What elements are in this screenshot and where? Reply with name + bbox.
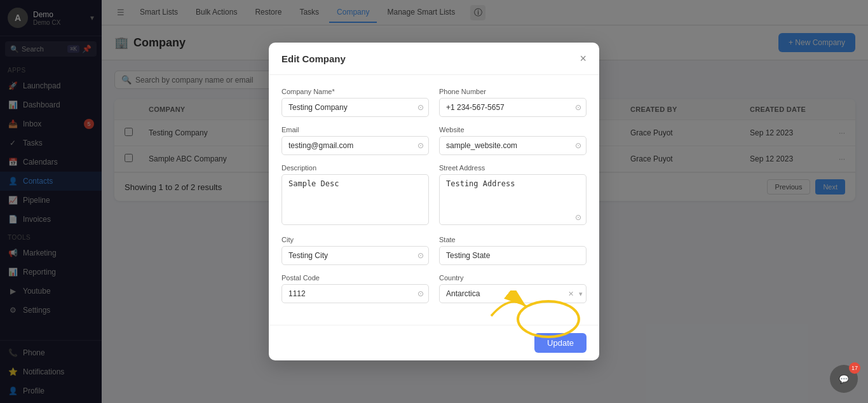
phone-input-wrap: ⊙: [439, 98, 587, 117]
city-input[interactable]: [281, 246, 429, 265]
description-textarea-wrap: Sample Desc: [281, 174, 429, 227]
modal-close-button[interactable]: ×: [580, 53, 587, 64]
company-name-input-wrap: ⊙: [281, 98, 429, 117]
edit-company-modal: Edit Company × Company Name* ⊙ Phone Num…: [269, 43, 599, 360]
modal-header: Edit Company ×: [269, 43, 599, 75]
state-label: State: [439, 236, 587, 243]
chat-badge: 17: [849, 362, 860, 374]
select-clear-icon[interactable]: ✕: [568, 290, 574, 298]
chevron-down-icon: ▾: [579, 290, 583, 298]
website-input-wrap: ⊙: [439, 136, 587, 155]
update-button[interactable]: Update: [534, 333, 587, 353]
city-group: City ⊙: [281, 236, 429, 265]
form-row-4: City ⊙ State: [281, 236, 587, 265]
description-input[interactable]: Sample Desc: [281, 174, 429, 225]
street-input[interactable]: Testing Address: [439, 174, 587, 225]
postal-input-wrap: ⊙: [281, 284, 429, 303]
postal-label: Postal Code: [281, 274, 429, 282]
postal-input[interactable]: [281, 284, 429, 303]
modal-overlay: Edit Company × Company Name* ⊙ Phone Num…: [0, 0, 868, 403]
chat-icon: 💬: [839, 374, 849, 384]
city-input-wrap: ⊙: [281, 246, 429, 265]
phone-label: Phone Number: [439, 88, 587, 95]
street-label: Street Address: [439, 164, 587, 172]
phone-input[interactable]: [439, 98, 587, 117]
website-input[interactable]: [439, 136, 587, 155]
modal-body: Company Name* ⊙ Phone Number ⊙: [269, 75, 599, 325]
chat-widget[interactable]: 💬 17: [830, 365, 858, 393]
city-label: City: [281, 236, 429, 243]
email-group: Email ⊙: [281, 126, 429, 155]
street-group: Street Address Testing Address ⊙: [439, 164, 587, 227]
form-row-1: Company Name* ⊙ Phone Number ⊙: [281, 88, 587, 117]
description-group: Description Sample Desc: [281, 164, 429, 227]
postal-input-icon: ⊙: [417, 289, 424, 298]
state-input[interactable]: [439, 246, 587, 265]
website-label: Website: [439, 126, 587, 133]
website-input-icon: ⊙: [575, 141, 581, 150]
email-input-icon: ⊙: [417, 141, 424, 150]
company-name-label: Company Name*: [281, 88, 429, 95]
email-input-wrap: ⊙: [281, 136, 429, 155]
phone-group: Phone Number ⊙: [439, 88, 587, 117]
state-group: State: [439, 236, 587, 265]
description-label: Description: [281, 164, 429, 172]
country-label: Country: [439, 274, 587, 282]
state-input-wrap: [439, 246, 587, 265]
phone-input-icon: ⊙: [575, 103, 581, 112]
email-input[interactable]: [281, 136, 429, 155]
street-textarea-wrap: Testing Address ⊙: [439, 174, 587, 227]
form-row-3: Description Sample Desc Street Address T…: [281, 164, 587, 227]
company-name-input-icon: ⊙: [417, 103, 424, 112]
country-select-wrap: Antarctica United States United Kingdom …: [439, 284, 587, 303]
website-group: Website ⊙: [439, 126, 587, 155]
country-select[interactable]: Antarctica United States United Kingdom …: [439, 284, 587, 303]
country-group: Country Antarctica United States United …: [439, 274, 587, 303]
city-input-icon: ⊙: [417, 251, 424, 260]
form-row-2: Email ⊙ Website ⊙: [281, 126, 587, 155]
street-input-icon: ⊙: [575, 213, 581, 222]
form-row-5: Postal Code ⊙ Country Antarctica United …: [281, 274, 587, 303]
postal-group: Postal Code ⊙: [281, 274, 429, 303]
modal-title: Edit Company: [281, 53, 346, 64]
modal-footer: Update: [269, 325, 599, 360]
email-label: Email: [281, 126, 429, 133]
company-name-group: Company Name* ⊙: [281, 88, 429, 117]
company-name-input[interactable]: [281, 98, 429, 117]
